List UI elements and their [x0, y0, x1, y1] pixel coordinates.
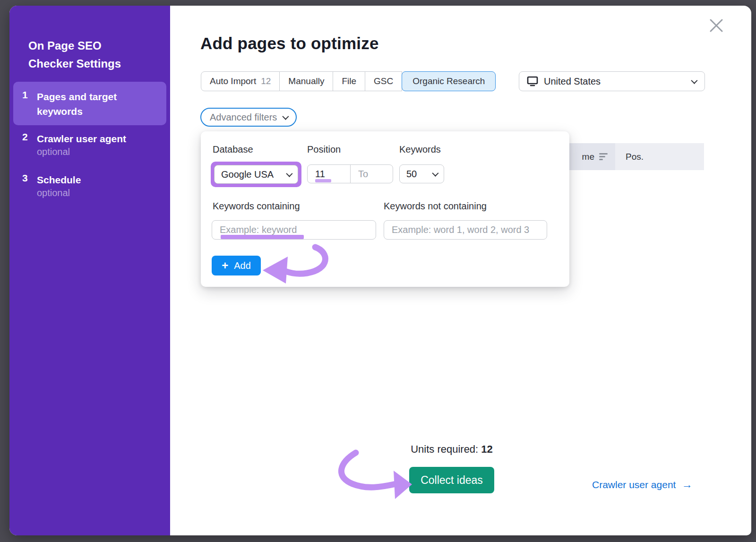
- database-select-value: Google USA: [221, 169, 274, 180]
- crawler-link-label: Crawler user agent: [592, 479, 676, 490]
- crawler-user-agent-link[interactable]: Crawler user agent →: [592, 478, 692, 491]
- step-optional-label: optional: [37, 188, 70, 198]
- database-select[interactable]: Google USA: [214, 165, 298, 184]
- country-select-value: United States: [544, 76, 601, 87]
- step-number: 3: [22, 172, 28, 184]
- tab-label: GSC: [374, 76, 393, 86]
- arrow-right-icon: →: [681, 478, 692, 491]
- column-header-pos[interactable]: Pos.: [615, 143, 704, 170]
- page-title: Add pages to optimize: [200, 34, 379, 53]
- monitor-icon: [527, 76, 538, 86]
- position-from-highlight-underline: [315, 179, 331, 182]
- position-range-inputs: [307, 164, 393, 183]
- keywords-not-containing-label: Keywords not containing: [384, 201, 487, 212]
- step-number: 2: [22, 131, 28, 143]
- tab-auto-import[interactable]: Auto Import 12: [201, 71, 280, 91]
- step-optional-label: optional: [37, 146, 70, 157]
- chevron-down-icon: [283, 113, 289, 120]
- units-required-label: Units required:: [411, 443, 478, 455]
- step-number: 1: [22, 89, 28, 101]
- advanced-filters-label: Advanced filters: [210, 112, 277, 123]
- keywords-containing-highlight-underline: [221, 235, 304, 239]
- close-icon[interactable]: [707, 16, 726, 35]
- tab-label: Auto Import: [210, 76, 256, 86]
- tab-count-badge: 12: [261, 76, 271, 86]
- keywords-containing-label: Keywords containing: [213, 201, 300, 212]
- sort-descending-icon: [599, 153, 608, 160]
- units-required-text: Units required: 12: [357, 443, 546, 456]
- column-header-label: me: [582, 152, 594, 162]
- tab-gsc[interactable]: GSC: [365, 71, 402, 91]
- keywords-count-value: 50: [406, 169, 417, 180]
- advanced-filters-panel: Database Position Keywords Google USA 50…: [201, 131, 569, 287]
- sidebar-title: On Page SEO Checker Settings: [28, 37, 146, 73]
- add-button[interactable]: + Add: [212, 256, 261, 275]
- units-required-value: 12: [481, 443, 492, 455]
- column-header-label: Pos.: [626, 152, 644, 162]
- keywords-count-select[interactable]: 50: [399, 164, 444, 183]
- plus-icon: +: [222, 260, 228, 271]
- tab-manually[interactable]: Manually: [280, 71, 333, 91]
- settings-sidebar: On Page SEO Checker Settings 1 Pages and…: [9, 6, 170, 535]
- tab-file[interactable]: File: [333, 71, 365, 91]
- advanced-filters-button[interactable]: Advanced filters: [200, 108, 297, 127]
- position-label: Position: [307, 144, 341, 155]
- keywords-label: Keywords: [399, 144, 441, 155]
- chevron-down-icon: [286, 171, 292, 177]
- position-to-input[interactable]: [351, 165, 393, 183]
- chevron-down-icon: [432, 170, 438, 177]
- tab-label: Organic Research: [412, 76, 485, 86]
- tab-label: Manually: [288, 76, 324, 86]
- tab-organic-research[interactable]: Organic Research: [402, 71, 496, 91]
- sidebar-step-pages-and-keywords[interactable]: 1 Pages and target keywords: [13, 82, 166, 125]
- step-label: Pages and target keywords: [37, 89, 155, 119]
- step-label: Crawler user agent: [37, 131, 126, 146]
- collect-ideas-button[interactable]: Collect ideas: [409, 467, 494, 493]
- database-label: Database: [213, 144, 253, 155]
- database-highlight-box: Google USA: [211, 162, 301, 187]
- step-label: Schedule: [37, 172, 81, 187]
- settings-modal: On Page SEO Checker Settings 1 Pages and…: [9, 6, 751, 535]
- chevron-down-icon: [691, 77, 697, 84]
- tab-label: File: [342, 76, 356, 86]
- add-button-label: Add: [234, 260, 251, 271]
- country-select[interactable]: United States: [519, 71, 705, 91]
- keywords-not-containing-input[interactable]: [384, 220, 547, 240]
- import-method-tabs: Auto Import 12 Manually File GSC Organic…: [201, 71, 496, 91]
